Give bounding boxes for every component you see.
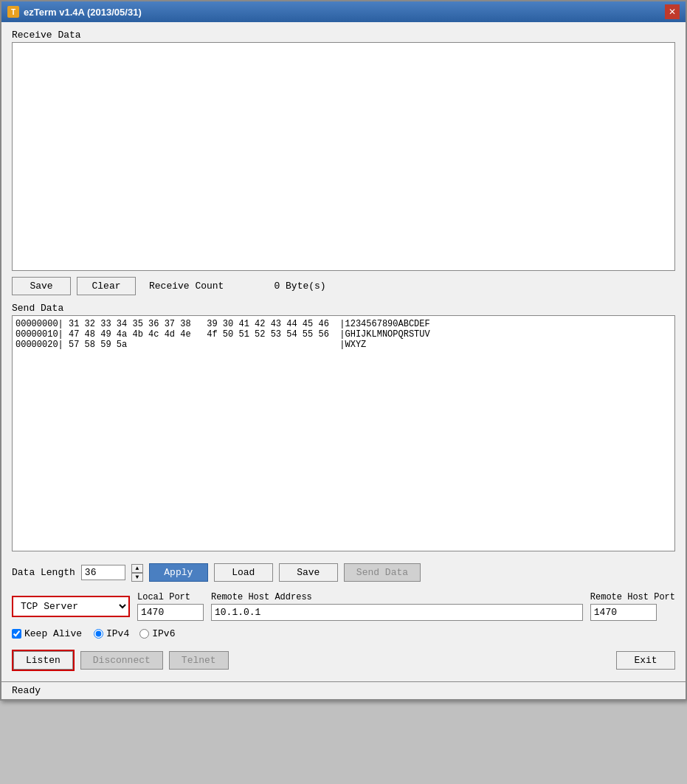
receive-count-label: Receive Count bbox=[149, 281, 224, 292]
connection-row: TCP Server TCP Client UDP Local Port Rem… bbox=[12, 592, 675, 621]
receive-section: Receive Data Save Clear Receive Count 0 … bbox=[12, 30, 675, 295]
ipv6-radio[interactable] bbox=[139, 629, 149, 639]
data-length-input[interactable] bbox=[81, 565, 125, 580]
exit-button[interactable]: Exit bbox=[616, 651, 675, 670]
spinner-up[interactable]: ▲ bbox=[131, 564, 143, 573]
save-send-button[interactable]: Save bbox=[279, 563, 338, 582]
data-length-row: Data Length ▲ ▼ Apply Load Save Send Dat… bbox=[12, 563, 675, 582]
apply-button[interactable]: Apply bbox=[149, 563, 208, 582]
load-button[interactable]: Load bbox=[214, 563, 273, 582]
receive-section-label: Receive Data bbox=[12, 30, 675, 41]
send-data-area[interactable]: 00000000| 31 32 33 34 35 36 37 38 39 30 … bbox=[12, 315, 675, 551]
remote-port-label: Remote Host Port bbox=[590, 592, 675, 602]
send-section: Send Data 00000000| 31 32 33 34 35 36 37… bbox=[12, 303, 675, 554]
title-bar: T ezTerm v1.4A (2013/05/31) ✕ bbox=[1, 1, 686, 22]
disconnect-button: Disconnect bbox=[80, 651, 163, 670]
byte-count: 0 Byte(s) bbox=[274, 281, 325, 292]
ipv4-radio[interactable] bbox=[94, 629, 103, 639]
data-length-spinner[interactable]: ▲ ▼ bbox=[131, 564, 143, 582]
receive-data-area[interactable] bbox=[12, 42, 675, 271]
protocol-select[interactable]: TCP Server TCP Client UDP bbox=[12, 596, 130, 617]
send-section-label: Send Data bbox=[12, 303, 675, 314]
receive-clear-button[interactable]: Clear bbox=[77, 277, 136, 295]
listen-button[interactable]: Listen bbox=[13, 651, 73, 670]
remote-port-input[interactable] bbox=[590, 604, 657, 621]
keep-alive-text: Keep Alive bbox=[24, 628, 82, 639]
receive-controls: Save Clear Receive Count 0 Byte(s) bbox=[12, 277, 675, 295]
local-port-label: Local Port bbox=[137, 592, 204, 602]
status-bar: Ready bbox=[1, 681, 686, 699]
receive-save-button[interactable]: Save bbox=[12, 277, 71, 295]
action-row: Listen Disconnect Telnet Exit bbox=[12, 650, 675, 671]
main-content: Receive Data Save Clear Receive Count 0 … bbox=[1, 22, 686, 678]
title-bar-left: T ezTerm v1.4A (2013/05/31) bbox=[7, 6, 142, 18]
ipv6-text: IPv6 bbox=[152, 628, 175, 639]
keep-alive-checkbox[interactable] bbox=[12, 629, 21, 639]
local-port-input[interactable] bbox=[137, 604, 204, 621]
window-title: ezTerm v1.4A (2013/05/31) bbox=[24, 7, 142, 18]
spinner-down[interactable]: ▼ bbox=[131, 573, 143, 582]
status-text: Ready bbox=[12, 685, 41, 696]
remote-host-group: Remote Host Address bbox=[211, 592, 583, 621]
app-icon: T bbox=[7, 6, 19, 18]
ip-version-group: IPv4 IPv6 bbox=[94, 628, 175, 639]
keep-alive-label[interactable]: Keep Alive bbox=[12, 628, 82, 639]
remote-host-label: Remote Host Address bbox=[211, 592, 583, 602]
listen-btn-wrap: Listen bbox=[12, 650, 75, 671]
ipv4-label[interactable]: IPv4 bbox=[94, 628, 129, 639]
options-row: Keep Alive IPv4 IPv6 bbox=[12, 628, 675, 639]
main-window: T ezTerm v1.4A (2013/05/31) ✕ Receive Da… bbox=[0, 0, 687, 701]
telnet-button: Telnet bbox=[169, 651, 229, 670]
data-length-label: Data Length bbox=[12, 567, 75, 578]
local-port-group: Local Port bbox=[137, 592, 204, 621]
ipv6-label[interactable]: IPv6 bbox=[139, 628, 175, 639]
send-data-button: Send Data bbox=[344, 563, 421, 582]
ipv4-text: IPv4 bbox=[106, 628, 129, 639]
remote-port-group: Remote Host Port bbox=[590, 592, 675, 621]
remote-host-input[interactable] bbox=[211, 604, 583, 621]
close-button[interactable]: ✕ bbox=[665, 4, 680, 19]
